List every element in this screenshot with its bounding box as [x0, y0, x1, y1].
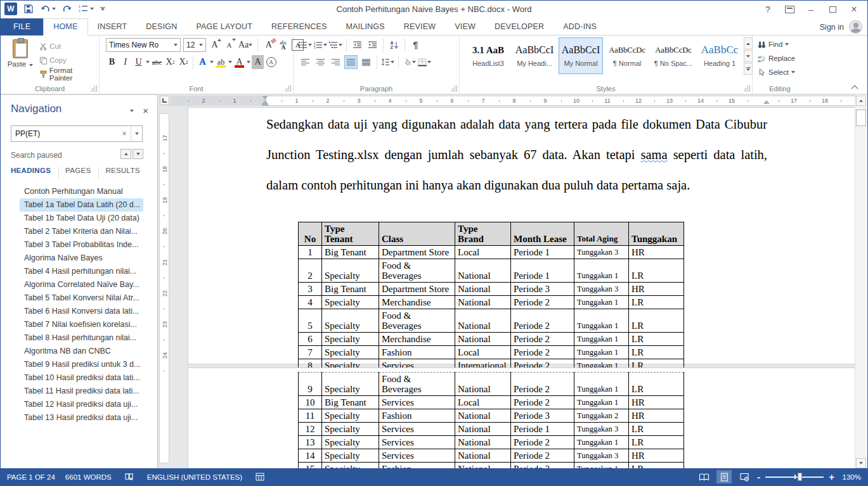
align-center-button[interactable] [314, 55, 327, 69]
clear-formatting-button[interactable]: A [262, 38, 275, 52]
zoom-slider-thumb[interactable] [798, 473, 802, 481]
right-indent-marker[interactable] [763, 100, 770, 104]
zoom-level[interactable]: 130% [839, 473, 861, 481]
shrink-font-button[interactable]: A [223, 38, 235, 52]
font-family-combobox[interactable]: Times New Ro [106, 38, 181, 52]
styles-dialog-launcher[interactable] [744, 85, 750, 91]
tab-stop-selector[interactable] [160, 96, 169, 105]
zoom-slider[interactable] [765, 473, 824, 481]
tab-design[interactable]: DESIGN [136, 18, 186, 35]
horizontal-ruler[interactable]: 211234567891011121314151718 [171, 96, 855, 106]
nav-heading-item-13[interactable]: Tabel 9 Hasil prediksi untuk 3 d... [20, 358, 143, 371]
strikethrough-button[interactable]: abc [151, 55, 163, 69]
tab-developer[interactable]: DEVELOPER [485, 18, 554, 35]
style-heading-1[interactable]: AaBbCcHeading 1 [697, 37, 742, 74]
cut-button[interactable]: Cut [37, 39, 99, 53]
close-button[interactable]: × [843, 2, 865, 17]
avatar[interactable] [849, 20, 862, 34]
web-layout-button[interactable] [737, 470, 752, 483]
clipboard-dialog-launcher[interactable] [91, 85, 97, 91]
replace-button[interactable]: abac Replace [758, 52, 795, 65]
underline-button[interactable]: U [133, 55, 145, 69]
document-page-2[interactable]: 9SpecialtyFood & BeveragesNationalPeriod… [188, 368, 855, 470]
highlight-button[interactable]: ab [215, 55, 227, 69]
nav-heading-item-2[interactable]: Tabel 1b Tabel Data Uji (20 data) [20, 212, 143, 225]
copy-button[interactable]: Copy [37, 53, 99, 67]
decrease-indent-button[interactable] [351, 38, 364, 52]
data-table-page2[interactable]: 9SpecialtyFood & BeveragesNationalPeriod… [298, 372, 684, 470]
multilevel-list-button[interactable] [329, 38, 342, 52]
previous-result-button[interactable] [120, 149, 131, 159]
distribute-button[interactable] [360, 55, 373, 69]
zoom-in-button[interactable]: + [829, 473, 834, 481]
italic-button[interactable]: I [119, 55, 131, 69]
print-layout-button[interactable] [716, 470, 732, 483]
character-shading-button[interactable]: A [252, 55, 264, 69]
style-headlist3[interactable]: 3.1 AaBHeadList3 [466, 37, 510, 74]
increase-indent-button[interactable] [366, 38, 379, 52]
nav-heading-item-17[interactable]: Tabel 13 Hasil prediksi data uji... [20, 411, 143, 425]
proofing-errors-button[interactable] [122, 470, 137, 483]
show-formatting-marks-button[interactable]: ¶ [409, 38, 422, 52]
sign-in-link[interactable]: Sign in [820, 23, 844, 32]
select-button[interactable]: Select [758, 66, 795, 79]
align-right-button[interactable] [329, 55, 342, 69]
navigation-options-dropdown-icon[interactable] [130, 110, 134, 112]
tab-results[interactable]: RESULTS [105, 167, 147, 178]
font-size-combobox[interactable]: 12 [183, 38, 206, 52]
paste-button[interactable]: Paste [6, 38, 35, 85]
tab-view[interactable]: VIEW [445, 18, 485, 35]
style--normal[interactable]: AaBbCcDc¶ Normal [605, 37, 649, 74]
bullets-button[interactable] [299, 38, 312, 52]
ribbon-display-options-button[interactable] [779, 2, 800, 17]
bold-button[interactable]: B [106, 55, 118, 69]
change-case-button[interactable]: Aa [238, 38, 253, 52]
sort-button[interactable]: AZ [387, 38, 401, 52]
next-result-button[interactable] [133, 149, 143, 159]
nav-heading-item-6[interactable]: Tabel 4 Hasil perhitungan nilai... [20, 265, 143, 278]
paragraph[interactable]: Sedangkan data uji yang digunakan adalah… [266, 109, 767, 200]
tab-mailings[interactable]: MAILINGS [336, 18, 394, 35]
find-button[interactable]: Find [758, 38, 789, 51]
word-count[interactable]: 6601 WORDS [65, 473, 112, 481]
line-spacing-button[interactable] [381, 55, 394, 69]
tab-home[interactable]: HOME [43, 18, 87, 35]
style-my-normal[interactable]: AaBbCcIMy Normal [559, 37, 603, 74]
language-indicator[interactable]: ENGLISH (UNITED STATES) [147, 473, 242, 481]
subscript-button[interactable]: X2 [164, 55, 176, 69]
styles-scroll-down-button[interactable] [744, 50, 753, 62]
data-table-page1[interactable]: NoType TenantClassType BrandMonth LeaseT… [298, 222, 684, 373]
nav-heading-item-5[interactable]: Algorima Naïve Bayes [20, 252, 143, 265]
grow-font-button[interactable]: A [209, 38, 221, 52]
nav-heading-item-10[interactable]: Tabel 7 Nilai koefisien korelasi... [20, 318, 143, 331]
paragraph-dialog-launcher[interactable] [451, 85, 457, 91]
phonetic-guide-button[interactable]: abcA [277, 38, 289, 52]
font-color-button[interactable]: A [233, 55, 245, 69]
nav-heading-item-7[interactable]: Algorima Correlated Naïve Bay... [20, 278, 143, 291]
tab-file[interactable]: FILE [1, 18, 43, 35]
nav-heading-item-11[interactable]: Tabel 8 Hasil perhitungan nilai... [20, 331, 143, 345]
tab-references[interactable]: REFERENCES [262, 18, 336, 35]
search-options-dropdown-icon[interactable] [131, 126, 142, 141]
navigation-close-icon[interactable]: × [143, 105, 148, 116]
tab-headings[interactable]: HEADINGS [11, 167, 59, 178]
scrollbar-thumb[interactable] [856, 110, 866, 126]
document-page-1[interactable]: Sedangkan data uji yang digunakan adalah… [188, 107, 855, 364]
minimize-button[interactable]: – [800, 2, 822, 17]
nav-heading-item-0[interactable]: Contoh Perhitungan Manual [20, 185, 143, 198]
zoom-out-button[interactable]: - [757, 473, 760, 481]
vertical-ruler[interactable]: 1718192021222324 [158, 107, 171, 470]
enclose-characters-button[interactable]: A [265, 55, 277, 69]
align-left-button[interactable] [299, 55, 312, 69]
nav-heading-item-8[interactable]: Tabel 5 Tabel Konversi Nilai Atr... [20, 291, 143, 305]
read-mode-button[interactable] [696, 470, 711, 483]
styles-expand-button[interactable] [744, 63, 753, 75]
nav-heading-item-16[interactable]: Tabel 12 Hasil prediksi data uji... [20, 398, 143, 411]
vertical-scrollbar[interactable] [855, 94, 867, 470]
collapse-ribbon-button[interactable] [851, 85, 858, 90]
format-painter-button[interactable]: Format Painter [37, 67, 99, 81]
tab-pages[interactable]: PAGES [65, 167, 99, 178]
nav-heading-item-14[interactable]: Tabel 10 Hasil prediksi data lati... [20, 371, 143, 385]
nav-heading-item-12[interactable]: Algoritma NB dan CNBC [20, 345, 143, 358]
macro-recording-button[interactable] [252, 470, 268, 483]
